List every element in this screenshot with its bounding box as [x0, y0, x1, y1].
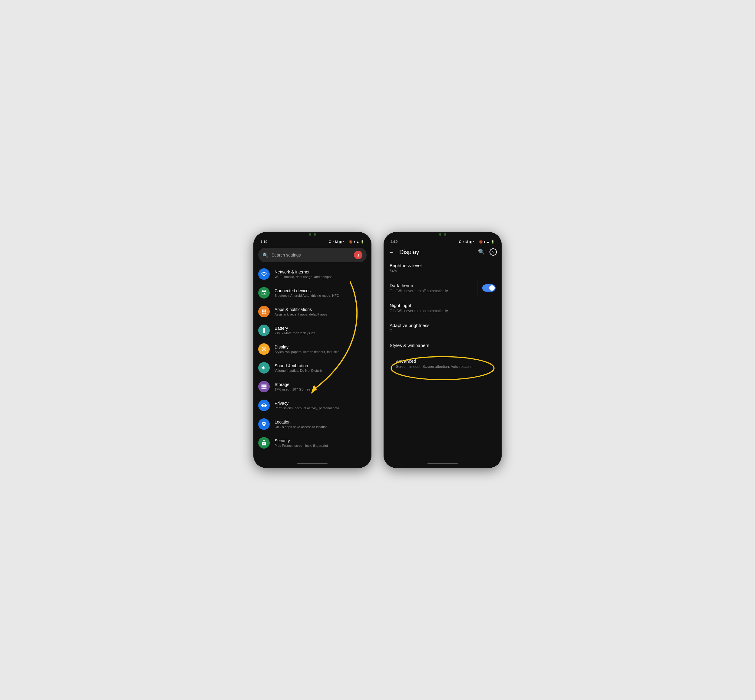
settings-item-battery[interactable]: Battery 71% - More than 2 days left	[254, 321, 371, 340]
status-battery-icon-2: 🔋	[491, 240, 494, 244]
dark-theme-toggle[interactable]	[482, 284, 495, 292]
dark-theme-title: Dark theme	[390, 283, 482, 288]
status-dot-icon: •	[343, 240, 344, 244]
security-title: Security	[274, 438, 367, 443]
back-button[interactable]: ←	[388, 248, 395, 256]
phone2: 1:19 G ↑ M ▣ • 🔕 ▾ ▲ 🔋	[384, 232, 501, 468]
phone2-wrapper: 1:19 G ↑ M ▣ • 🔕 ▾ ▲ 🔋	[384, 232, 501, 468]
storage-text: Storage 17% used - 107 GB free	[274, 382, 367, 391]
advanced-text: Advanced Screen timeout, Screen attentio…	[396, 358, 495, 369]
night-light-text: Night Light Off / Will never turn on aut…	[390, 303, 495, 313]
display-item-adaptive[interactable]: Adaptive brightness On	[384, 318, 501, 338]
network-icon	[258, 268, 270, 280]
location-text: Location On - 8 apps have access to loca…	[274, 420, 367, 429]
night-light-title: Night Light	[390, 303, 495, 308]
security-text: Security Play Protect, screen lock, fing…	[274, 438, 367, 447]
location-icon	[258, 418, 270, 430]
adaptive-title: Adaptive brightness	[390, 323, 495, 328]
privacy-title: Privacy	[274, 401, 367, 406]
display-page-title: Display	[399, 248, 478, 256]
connected-text: Connected devices Bluetooth, Android Aut…	[274, 288, 367, 297]
display-header: ← Display 🔍 ?	[384, 245, 501, 258]
display-item-brightness[interactable]: Brightness level 54%	[384, 258, 501, 278]
styles-text: Styles & wallpapers	[390, 343, 495, 349]
night-light-subtitle: Off / Will never turn on automatically	[390, 309, 495, 313]
settings-item-network[interactable]: Network & internet Wi-Fi, mobile, data u…	[254, 265, 371, 283]
battery-subtitle: 71% - More than 2 days left	[274, 331, 367, 335]
status-mail-icon: M	[335, 240, 338, 244]
apps-subtitle: Assistant, recent apps, default apps	[274, 312, 367, 316]
status-vibrate-icon-2: 🔕	[479, 240, 482, 244]
styles-title: Styles & wallpapers	[390, 343, 495, 348]
settings-item-connected[interactable]: Connected devices Bluetooth, Android Aut…	[254, 283, 371, 302]
display-screen: ← Display 🔍 ? Brightness level	[384, 245, 501, 461]
settings-item-sound[interactable]: Sound & vibration Volume, haptics, Do No…	[254, 358, 371, 377]
network-subtitle: Wi-Fi, mobile, data usage, and hotspot	[274, 275, 367, 279]
status-icons-2: G ↑ M ▣ • 🔕 ▾ ▲ 🔋	[459, 240, 494, 244]
connected-subtitle: Bluetooth, Android Auto, driving mode, N…	[274, 294, 367, 297]
storage-subtitle: 17% used - 107 GB free	[274, 388, 367, 391]
advanced-subtitle: Screen timeout, Screen attention, Auto-r…	[396, 364, 495, 369]
svg-point-0	[263, 348, 265, 350]
dark-theme-text: Dark theme On / Will never turn off auto…	[390, 283, 482, 293]
sound-title: Sound & vibration	[274, 363, 367, 368]
settings-item-security[interactable]: Security Play Protect, screen lock, fing…	[254, 433, 371, 452]
sound-icon	[258, 362, 270, 373]
display-item-dark-theme[interactable]: Dark theme On / Will never turn off auto…	[384, 278, 501, 298]
privacy-subtitle: Permissions, account activity, personal …	[274, 406, 367, 410]
status-upload-icon-2: ↑	[462, 240, 464, 244]
security-icon	[258, 437, 270, 448]
status-signal-icon-2: ▲	[487, 240, 490, 244]
settings-item-storage[interactable]: Storage 17% used - 107 GB free	[254, 377, 371, 396]
display-item-night-light[interactable]: Night Light Off / Will never turn on aut…	[384, 298, 501, 318]
phones-container: 1:19 G ↑ M ▣ • 🔕 ▾ ▲ 🔋	[254, 232, 501, 468]
search-header-icon[interactable]: 🔍	[478, 248, 485, 256]
display-item-advanced[interactable]: ⌄ Advanced Screen timeout, Screen attent…	[384, 354, 501, 373]
display-text: Display Styles, wallpapers, screen timeo…	[274, 345, 367, 354]
settings-item-location[interactable]: Location On - 8 apps have access to loca…	[254, 415, 371, 433]
status-signal-icon: ▲	[356, 240, 359, 244]
home-bar-line-1	[297, 463, 327, 464]
privacy-icon	[258, 400, 270, 411]
status-wifi-icon: ▾	[354, 240, 355, 244]
advanced-title: Advanced	[396, 358, 495, 364]
home-bar-2	[384, 461, 501, 468]
camera-dot-1	[309, 233, 311, 236]
status-time-2: 1:19	[391, 240, 398, 244]
connected-icon	[258, 287, 270, 298]
battery-title: Battery	[274, 326, 367, 331]
status-upload-icon: ↑	[332, 240, 334, 244]
chevron-down-icon: ⌄	[390, 361, 393, 367]
dark-theme-subtitle: On / Will never turn off automatically	[390, 289, 482, 293]
adaptive-text: Adaptive brightness On	[390, 323, 495, 333]
status-icons-1: G ↑ M ▣ • 🔕 ▾ ▲ 🔋	[329, 240, 364, 244]
display-item-styles[interactable]: Styles & wallpapers	[384, 338, 501, 354]
display-title-item: Display	[274, 345, 367, 349]
battery-icon	[258, 325, 270, 336]
status-mail-icon-2: M	[465, 240, 468, 244]
camera-area-2	[384, 232, 501, 236]
status-battery-icon: 🔋	[360, 240, 364, 244]
phone1: 1:19 G ↑ M ▣ • 🔕 ▾ ▲ 🔋	[254, 232, 371, 468]
location-title: Location	[274, 420, 367, 424]
settings-item-apps[interactable]: Apps & notifications Assistant, recent a…	[254, 302, 371, 321]
apps-icon	[258, 306, 270, 317]
dark-theme-divider	[477, 281, 478, 295]
status-square-icon-2: ▣	[469, 240, 472, 244]
privacy-text: Privacy Permissions, account activity, p…	[274, 401, 367, 410]
settings-item-privacy[interactable]: Privacy Permissions, account activity, p…	[254, 396, 371, 415]
status-bar-2: 1:19 G ↑ M ▣ • 🔕 ▾ ▲ 🔋	[384, 236, 501, 245]
storage-icon	[258, 381, 270, 392]
camera-area-1	[254, 232, 371, 236]
status-wifi-icon-2: ▾	[484, 240, 485, 244]
adaptive-subtitle: On	[390, 329, 495, 333]
help-header-icon[interactable]: ?	[490, 248, 497, 256]
search-bar[interactable]: 🔍 Search settings J	[258, 248, 367, 262]
status-vibrate-icon: 🔕	[349, 240, 352, 244]
screen1-content: 🔍 Search settings J	[254, 245, 371, 461]
apps-text: Apps & notifications Assistant, recent a…	[274, 307, 367, 316]
display-icon	[258, 343, 270, 355]
settings-item-display[interactable]: Display Styles, wallpapers, screen timeo…	[254, 340, 371, 358]
status-bar-1: 1:19 G ↑ M ▣ • 🔕 ▾ ▲ 🔋	[254, 236, 371, 245]
brightness-title: Brightness level	[390, 263, 495, 268]
